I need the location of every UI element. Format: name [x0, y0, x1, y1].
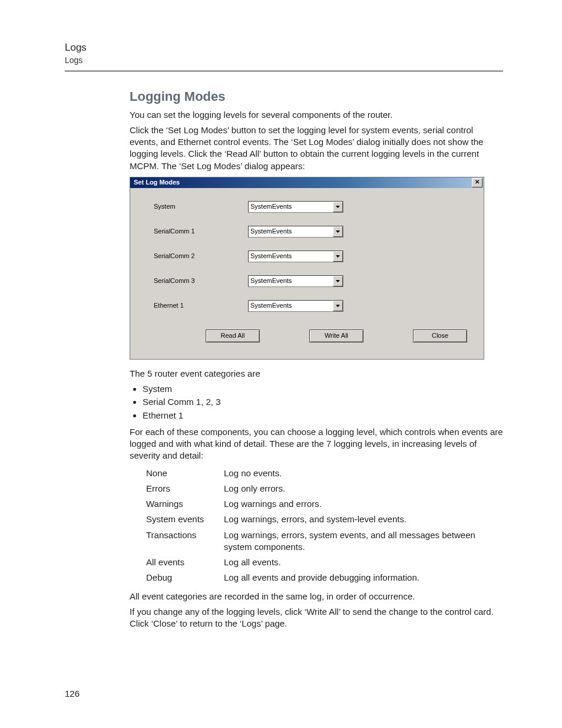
- levels-table: NoneLog no events.ErrorsLog only errors.…: [146, 466, 503, 586]
- close-button[interactable]: Close: [413, 330, 467, 342]
- level-name: Debug: [146, 570, 224, 585]
- log-mode-value: SystemEvents: [249, 276, 333, 285]
- note-same-log: All event categories are recorded in the…: [130, 591, 503, 602]
- log-mode-select[interactable]: SystemEvents: [248, 251, 343, 262]
- intro-paragraph: You can set the logging levels for sever…: [130, 109, 503, 121]
- running-head-title: Logs: [65, 41, 503, 55]
- log-mode-select[interactable]: SystemEvents: [248, 201, 343, 213]
- level-description: Log warnings and errors.: [224, 496, 503, 512]
- svg-marker-2: [336, 255, 340, 258]
- categories-intro: The 5 router event categories are: [130, 368, 503, 380]
- log-mode-label: Ethernet 1: [154, 301, 248, 310]
- note-write-all: If you change any of the logging levels,…: [130, 606, 503, 630]
- level-name: System events: [146, 512, 224, 527]
- log-mode-select[interactable]: SystemEvents: [248, 300, 343, 312]
- log-mode-select[interactable]: SystemEvents: [248, 275, 343, 287]
- chevron-down-icon[interactable]: [333, 301, 343, 311]
- level-description: Log all events.: [224, 555, 503, 570]
- log-mode-value: SystemEvents: [249, 227, 333, 236]
- chevron-down-icon[interactable]: [333, 251, 343, 262]
- close-icon[interactable]: ✕: [472, 178, 482, 187]
- level-name: Errors: [146, 481, 224, 496]
- chevron-down-icon[interactable]: [333, 202, 343, 212]
- log-mode-label: SerialComm 3: [154, 276, 248, 285]
- level-row: All eventsLog all events.: [146, 555, 503, 570]
- level-row: TransactionsLog warnings, errors, system…: [146, 528, 503, 555]
- level-name: All events: [146, 555, 224, 570]
- dialog-title-text: Set Log Modes: [134, 178, 180, 187]
- page-number: 126: [65, 688, 80, 700]
- set-log-modes-dialog: Set Log Modes ✕ SystemSystemEventsSerial…: [130, 177, 484, 360]
- write-all-button[interactable]: Write All: [309, 330, 363, 342]
- dialog-titlebar: Set Log Modes ✕: [130, 177, 484, 188]
- levels-intro: For each of these components, you can ch…: [130, 426, 503, 462]
- svg-marker-4: [336, 305, 340, 307]
- header-rule: [65, 71, 503, 71]
- log-mode-value: SystemEvents: [249, 202, 333, 211]
- section-heading: Logging Modes: [130, 88, 503, 106]
- chevron-down-icon[interactable]: [333, 276, 343, 286]
- log-mode-row: SerialComm 1SystemEvents: [154, 226, 460, 238]
- svg-marker-0: [336, 206, 340, 208]
- level-description: Log all events and provide debugging inf…: [224, 570, 503, 585]
- log-mode-label: SerialComm 2: [154, 252, 248, 261]
- level-description: Log warnings, errors, and system-level e…: [224, 512, 503, 527]
- level-name: Transactions: [146, 528, 224, 555]
- log-mode-row: SerialComm 3SystemEvents: [154, 275, 460, 287]
- log-mode-label: SerialComm 1: [154, 227, 248, 236]
- category-item: Serial Comm 1, 2, 3: [143, 396, 503, 408]
- chevron-down-icon[interactable]: [333, 226, 343, 237]
- instructions-paragraph: Click the ‘Set Log Modes’ button to set …: [130, 124, 503, 172]
- level-description: Log only errors.: [224, 481, 503, 496]
- level-row: NoneLog no events.: [146, 466, 503, 481]
- level-row: System eventsLog warnings, errors, and s…: [146, 512, 503, 527]
- level-row: ErrorsLog only errors.: [146, 481, 503, 496]
- category-item: System: [143, 383, 503, 395]
- category-item: Ethernet 1: [143, 410, 503, 421]
- log-mode-row: SerialComm 2SystemEvents: [154, 251, 460, 262]
- level-row: WarningsLog warnings and errors.: [146, 496, 503, 512]
- categories-list: SystemSerial Comm 1, 2, 3Ethernet 1: [143, 383, 503, 421]
- level-name: None: [146, 466, 224, 481]
- level-row: DebugLog all events and provide debuggin…: [146, 570, 503, 585]
- level-name: Warnings: [146, 496, 224, 512]
- log-mode-value: SystemEvents: [249, 301, 333, 310]
- log-mode-value: SystemEvents: [249, 252, 333, 261]
- svg-marker-1: [336, 230, 340, 233]
- log-mode-row: Ethernet 1SystemEvents: [154, 300, 460, 312]
- log-mode-select[interactable]: SystemEvents: [248, 226, 343, 238]
- log-mode-row: SystemSystemEvents: [154, 201, 460, 213]
- read-all-button[interactable]: Read All: [206, 330, 260, 342]
- log-mode-label: System: [154, 202, 248, 211]
- svg-marker-3: [336, 280, 340, 282]
- running-head-subtitle: Logs: [65, 55, 503, 66]
- level-description: Log no events.: [224, 466, 503, 481]
- level-description: Log warnings, errors, system events, and…: [224, 528, 503, 555]
